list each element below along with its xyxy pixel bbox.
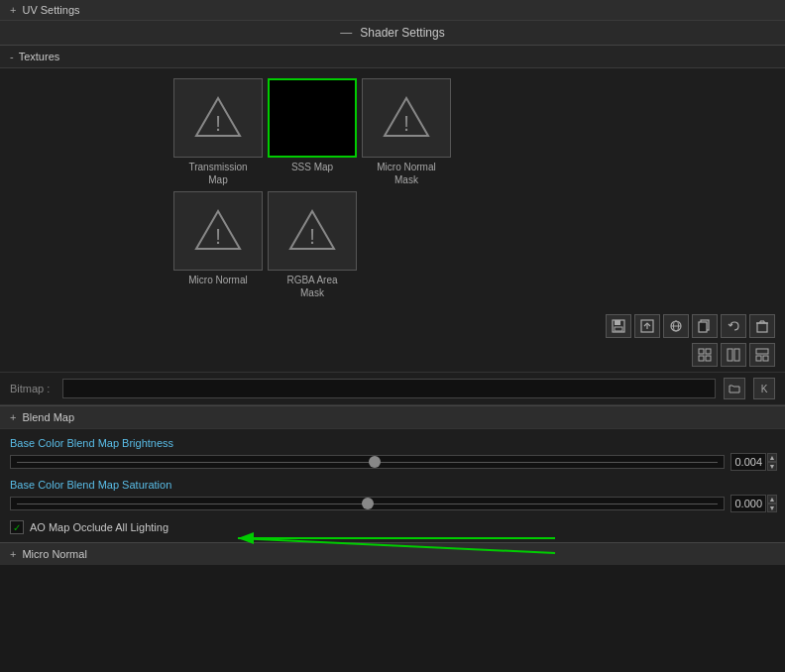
brightness-spin-up[interactable]: ▲ [767,453,777,462]
saturation-spin-down[interactable]: ▼ [767,504,777,512]
brightness-slider-track[interactable] [10,455,725,469]
saturation-label: Base Color Blend Map Saturation [10,479,775,491]
blend-map-header[interactable]: + Blend Map [0,405,785,429]
grid4-icon [698,348,712,362]
folder-icon [729,383,740,394]
shader-settings-header[interactable]: — Shader Settings [0,21,785,46]
warning-icon-rgba-area: ! [287,206,337,256]
svg-rect-25 [699,356,704,361]
uv-settings-label: UV Settings [22,4,79,16]
svg-rect-30 [756,356,761,361]
grid-alt-icon [755,348,769,362]
brightness-value-input[interactable]: 0.004 [730,453,766,471]
micro-normal-title: Micro Normal [22,548,86,560]
bitmap-label: Bitmap : [10,383,55,394]
blend-map-toggle[interactable]: + [10,411,16,423]
undo-icon [727,319,740,333]
copy-icon [698,319,712,333]
toolbar-row-2 [0,343,785,372]
export-icon-btn[interactable] [634,314,660,338]
brightness-spinners: ▲ ▼ [767,453,777,471]
save-icon-btn[interactable] [606,314,631,338]
globe-icon-btn[interactable] [663,314,689,338]
brightness-slider-row: Base Color Blend Map Brightness 0.004 ▲ … [10,437,775,471]
shader-settings-toggle: — [340,26,352,40]
texture-grid-row2: ! Micro Normal ! RGBA AreaMask [10,191,775,299]
uv-settings-toggle[interactable]: + [10,4,16,16]
bitmap-input[interactable] [62,379,716,398]
uv-settings-bar[interactable]: + UV Settings [0,0,785,21]
undo-icon-btn[interactable] [721,314,746,338]
brightness-value-box: 0.004 ▲ ▼ [730,453,775,471]
micro-normal-toggle[interactable]: + [10,548,16,560]
ao-checkmark: ✓ [13,522,21,533]
texture-item-micro-normal[interactable]: ! Micro Normal [173,191,263,299]
warning-icon-micro-normal: ! [193,206,243,256]
grid4-icon-btn[interactable] [692,343,718,367]
svg-rect-17 [699,322,707,332]
saturation-slider-thumb[interactable] [362,498,374,509]
globe-icon [669,319,683,333]
svg-rect-23 [699,349,704,354]
grid2-icon-btn[interactable] [721,343,746,367]
saturation-slider-row: Base Color Blend Map Saturation 0.000 ▲ … [10,479,775,512]
k-label: K [761,384,768,394]
blend-map-title: Blend Map [22,411,74,423]
saturation-spin-up[interactable]: ▲ [767,495,777,504]
saturation-value-input[interactable]: 0.000 [730,495,766,512]
textures-content: ! TransmissionMap SSS Map ! Micro Normal… [0,68,785,309]
bitmap-row: Bitmap : K [0,372,785,405]
ao-label: AO Map Occlude All Lighting [30,521,168,533]
svg-rect-31 [763,356,768,361]
saturation-value-box: 0.000 ▲ ▼ [730,495,775,512]
bitmap-k-btn[interactable]: K [753,378,775,399]
texture-thumb-micro-normal-mask[interactable]: ! [362,78,451,158]
grid-alt-icon-btn[interactable] [749,343,775,367]
saturation-slider-control: 0.000 ▲ ▼ [10,495,775,512]
texture-label-sss: SSS Map [291,161,333,173]
texture-thumb-transmission[interactable]: ! [173,78,263,158]
textures-header[interactable]: - Textures [0,46,785,68]
texture-label-transmission: TransmissionMap [188,161,247,186]
ao-checkbox[interactable]: ✓ [10,520,24,534]
svg-rect-27 [728,349,732,361]
svg-rect-29 [756,349,768,354]
svg-rect-10 [615,327,622,331]
saturation-slider-track[interactable] [10,497,725,510]
texture-item-micro-normal-mask[interactable]: ! Micro NormalMask [362,78,451,186]
copy-icon-btn[interactable] [692,314,718,338]
svg-rect-24 [706,349,711,354]
warning-icon-micro-normal-mask: ! [382,93,431,143]
svg-rect-18 [757,323,767,332]
brightness-slider-thumb[interactable] [369,456,381,468]
texture-label-micro-normal: Micro Normal [188,274,247,286]
delete-icon [755,319,769,333]
texture-item-sss[interactable]: SSS Map [268,78,357,186]
saturation-spinners: ▲ ▼ [767,495,777,512]
texture-thumb-sss[interactable] [268,78,357,158]
svg-rect-9 [615,320,620,325]
svg-text:!: ! [215,224,221,249]
toolbar-row-1 [0,309,785,343]
svg-text:!: ! [403,111,409,136]
texture-item-rgba-area[interactable]: ! RGBA AreaMask [268,191,357,299]
svg-text:!: ! [215,111,221,136]
textures-label: Textures [19,51,60,62]
brightness-label: Base Color Blend Map Brightness [10,437,775,449]
ao-checkbox-row: ✓ AO Map Occlude All Lighting [10,520,775,534]
delete-icon-btn[interactable] [749,314,775,338]
save-icon [612,319,625,333]
micro-normal-header[interactable]: + Micro Normal [0,542,785,565]
grid2-icon [727,348,740,362]
texture-thumb-rgba-area[interactable]: ! [268,191,357,271]
texture-label-rgba-area: RGBA AreaMask [286,274,337,299]
bitmap-folder-btn[interactable] [724,378,745,399]
textures-toggle[interactable]: - [10,51,14,62]
brightness-spin-down[interactable]: ▼ [767,462,777,471]
shader-settings-title: Shader Settings [360,26,444,40]
texture-thumb-micro-normal[interactable]: ! [173,191,263,271]
svg-rect-26 [706,356,711,361]
texture-item-transmission[interactable]: ! TransmissionMap [173,78,263,186]
texture-label-micro-normal-mask: Micro NormalMask [377,161,435,186]
warning-icon-transmission: ! [193,93,243,143]
